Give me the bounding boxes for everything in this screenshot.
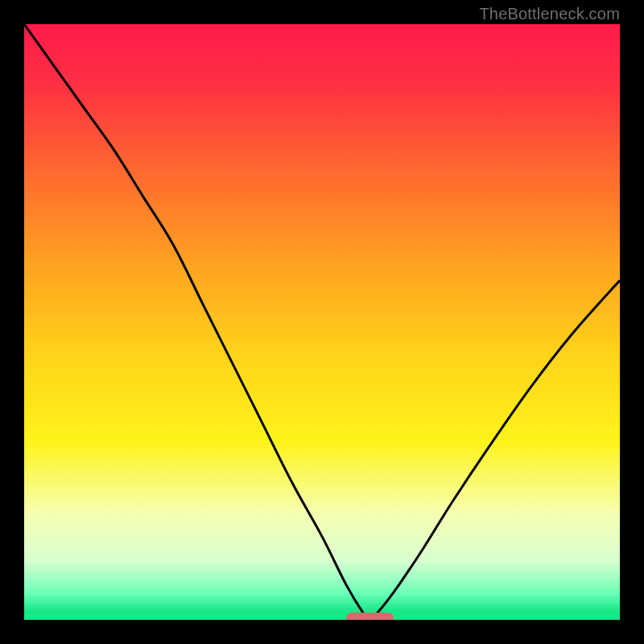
optimal-range-marker — [346, 613, 394, 620]
watermark-text: TheBottleneck.com — [479, 5, 620, 23]
plot-area — [24, 24, 620, 620]
chart-frame: TheBottleneck.com — [0, 0, 644, 644]
bottleneck-chart — [24, 24, 620, 620]
gradient-background — [24, 24, 620, 620]
